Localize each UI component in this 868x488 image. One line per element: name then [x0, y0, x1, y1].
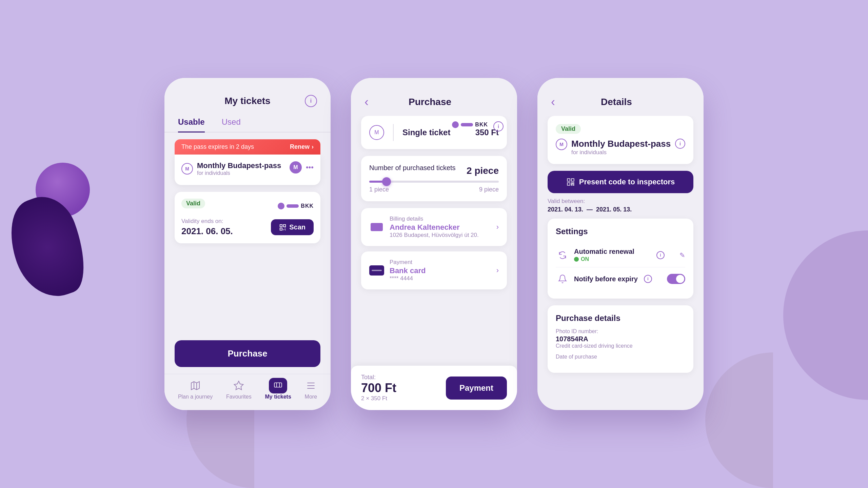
purchase-button[interactable]: Purchase	[175, 340, 320, 367]
nav-more[interactable]: More	[305, 380, 317, 400]
photo-id-value: 107854RA	[556, 335, 685, 343]
product-left: M Single ticket	[369, 124, 450, 141]
svg-line-6	[285, 229, 286, 230]
expiry-banner: The pass expires in 2 days Renew ›	[175, 139, 320, 155]
info-icon-button[interactable]: i	[305, 95, 317, 107]
total-section: Total: 700 Ft 2 × 350 Ft	[361, 374, 396, 402]
nav-favourites[interactable]: Favourites	[226, 380, 252, 400]
tab-used[interactable]: Used	[222, 114, 241, 132]
billing-address: 1026 Budapest, Hüvösvölgyi út 20.	[390, 232, 491, 239]
scan-icon	[279, 224, 287, 231]
my-tickets-title: My tickets	[190, 96, 305, 106]
phone-purchase: ‹ Purchase M Single ticket 350 Ft BKK	[351, 78, 517, 410]
nav-plan-journey[interactable]: Plan a journey	[178, 380, 213, 400]
renew-button[interactable]: Renew ›	[290, 143, 314, 150]
billing-arrow: ›	[496, 223, 499, 231]
valid-to: 2021. 05. 13.	[596, 206, 632, 213]
notify-info-icon[interactable]: i	[644, 275, 652, 283]
billing-label: Billing details	[390, 216, 491, 222]
renewal-on-text: ON	[581, 256, 589, 262]
quantity-row: Number of purchased tickets 2 piece	[369, 164, 499, 177]
details-info-icon[interactable]: i	[675, 139, 685, 149]
payment-footer: Total: 700 Ft 2 × 350 Ft Payment	[351, 366, 517, 410]
phone1-header: My tickets i	[164, 78, 331, 107]
renewal-icon	[556, 248, 569, 262]
svg-rect-19	[571, 183, 572, 184]
quantity-slider[interactable]	[369, 181, 499, 183]
renewal-info-icon[interactable]: i	[656, 251, 665, 259]
bkk-logo: BKK	[278, 203, 314, 209]
svg-rect-1	[283, 225, 285, 227]
present-code-button[interactable]: Present code to inspectors	[548, 171, 693, 193]
ticket-icon	[272, 380, 284, 392]
details-ticket-info: Monthly Budapest-pass for individuals	[571, 139, 671, 156]
tab-usable[interactable]: Usable	[178, 114, 205, 133]
product-icon: M	[369, 125, 384, 140]
slider-max: 9 piece	[479, 186, 499, 193]
bkk-circle	[278, 203, 284, 209]
valid-dates: 2021. 04. 13. — 2021. 05. 13.	[548, 206, 693, 213]
valid-from: 2021. 04. 13.	[548, 206, 583, 213]
details-ticket-card: Valid M Monthly Budapest-pass for indivi…	[548, 116, 693, 164]
svg-rect-0	[280, 225, 282, 227]
notify-row: Notify before expiry i	[556, 267, 685, 290]
total-amount: 700 Ft	[361, 381, 396, 395]
valid-between-label: Valid between:	[548, 198, 693, 205]
renewal-edit-icon[interactable]: ✎	[679, 251, 685, 259]
quantity-card: Number of purchased tickets 2 piece 1 pi…	[361, 156, 507, 201]
back-button[interactable]: ‹	[364, 95, 369, 109]
renewal-status: ON	[574, 256, 652, 262]
photo-id-field: Photo ID number: 107854RA Credit card-si…	[556, 328, 685, 349]
product-info-icon[interactable]: i	[493, 121, 504, 131]
bkk-logo-product: BKK	[452, 121, 488, 128]
phones-container: My tickets i Usable Used The pass expire…	[164, 78, 704, 410]
details-metro-icon: M	[556, 139, 567, 150]
bottom-nav: Plan a journey Favourites	[164, 374, 331, 410]
valid-between-section: Valid between: 2021. 04. 13. — 2021. 05.…	[548, 198, 693, 213]
payment-button[interactable]: Payment	[446, 377, 507, 400]
notify-label: Notify before expiry	[574, 275, 639, 283]
valid-badge: Valid	[181, 199, 205, 208]
ticket-expiry-section: The pass expires in 2 days Renew › M Mon…	[175, 139, 320, 185]
settings-title: Settings	[556, 227, 685, 236]
svg-rect-21	[571, 185, 572, 185]
purchase-details-card: Purchase details Photo ID number: 107854…	[548, 305, 693, 373]
auto-renewal-row: Automatic renewal ON i ✎	[556, 243, 685, 267]
expiry-text: The pass expires in 2 days	[181, 143, 254, 150]
tabs-container: Usable Used	[164, 107, 331, 133]
product-card: M Single ticket 350 Ft BKK i	[361, 116, 507, 149]
notify-toggle[interactable]	[667, 274, 685, 284]
svg-rect-22	[573, 185, 574, 185]
more-options-button[interactable]: •••	[306, 163, 314, 172]
metro-icon: M	[181, 163, 193, 175]
validity-date: 2021. 06. 05.	[181, 226, 233, 237]
details-back-button[interactable]: ‹	[551, 95, 555, 109]
photo-id-label: Photo ID number:	[556, 328, 685, 334]
payment-icon	[369, 263, 384, 278]
phone2-header: ‹ Purchase	[351, 78, 517, 116]
scan-button[interactable]: Scan	[271, 219, 314, 235]
phone-my-tickets: My tickets i Usable Used The pass expire…	[164, 78, 331, 410]
settings-card: Settings Automatic renewal	[548, 219, 693, 299]
renewal-label: Automatic renewal	[574, 248, 652, 256]
bkk-name: BKK	[301, 203, 314, 209]
svg-rect-20	[573, 183, 574, 183]
ticket-info: Monthly Budapest-pass for individuals	[197, 161, 281, 176]
payment-label: Payment	[390, 259, 491, 266]
ticket-card: M Monthly Budapest-pass for individuals …	[175, 155, 320, 185]
qr-button-icon	[566, 178, 575, 186]
slider-thumb[interactable]	[382, 177, 391, 186]
map-icon	[189, 380, 201, 392]
nav-more-label: More	[305, 394, 317, 400]
details-ticket-left: M Monthly Budapest-pass for individuals	[556, 139, 671, 156]
notify-content: Notify before expiry	[574, 275, 639, 283]
renewal-content: Automatic renewal ON	[574, 248, 652, 262]
billing-row[interactable]: Billing details Andrea Kaltenecker 1026 …	[361, 208, 507, 246]
nav-my-tickets[interactable]: My tickets	[265, 380, 291, 400]
credit-card-label: Credit card-sized driving licence	[556, 343, 685, 349]
payment-row[interactable]: Payment Bank card **** 4444 ›	[361, 251, 507, 289]
payment-method: Bank card	[390, 266, 491, 275]
notify-icon	[556, 272, 569, 286]
product-divider	[393, 124, 394, 141]
bg-decoration-mid	[705, 352, 773, 488]
